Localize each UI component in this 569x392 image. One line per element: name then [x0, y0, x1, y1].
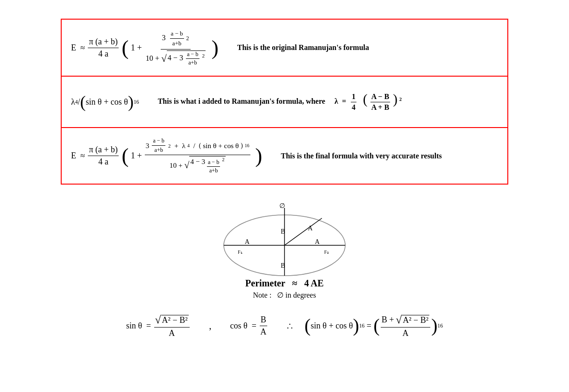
perimeter-label: Perimeter ≈ 4 AE: [245, 278, 324, 289]
svg-text:A: A: [315, 238, 320, 245]
formula-row-1: E ≈ π (a + b) 4 a ( 1 + 3: [62, 20, 507, 77]
note-label: Note : ∅ in degrees: [253, 291, 316, 299]
svg-text:A: A: [245, 238, 250, 245]
therefore-formula: ∴ ( sin θ + cos θ ) 16 = ( B + √ A: [287, 314, 443, 338]
comma-separator: ,: [209, 321, 212, 331]
ellipse-diagram: ∅ A B B A A F₁ F₂: [210, 199, 359, 273]
formula-1-description: This is the original Ramanujan's formula: [237, 43, 498, 52]
svg-text:B: B: [281, 262, 285, 269]
formula-2-math: λ4 / (sin θ + cos θ)16: [71, 93, 139, 110]
svg-text:A: A: [308, 225, 313, 232]
formula-3-math: E ≈ π (a + b) 4 a ( 1 + 3 a − b: [71, 137, 262, 174]
bottom-formulas: sin θ = √ A² − B² A , cos θ = B: [117, 314, 452, 338]
svg-text:∅: ∅: [279, 202, 285, 209]
formula-container: E ≈ π (a + b) 4 a ( 1 + 3: [61, 19, 508, 185]
formula-2-description: This is what i added to Ramanujan's form…: [158, 93, 498, 112]
svg-text:B: B: [281, 228, 285, 235]
formula-row-2: λ4 / (sin θ + cos θ)16 This is what i ad…: [62, 77, 507, 128]
formula-row-3: E ≈ π (a + b) 4 a ( 1 + 3 a − b: [62, 128, 507, 184]
sin-formula: sin θ = √ A² − B² A: [126, 314, 191, 338]
formula-1-math: E ≈ π (a + b) 4 a ( 1 + 3: [71, 29, 219, 66]
formula-3-description: This is the final formula with very accu…: [281, 152, 498, 160]
diagram-section: ∅ A B B A A F₁ F₂ Perimeter ≈ 4 AE: [61, 199, 508, 338]
cos-formula: cos θ = B A: [230, 315, 269, 337]
svg-text:F₂: F₂: [324, 249, 329, 255]
svg-text:F₁: F₁: [238, 249, 242, 255]
